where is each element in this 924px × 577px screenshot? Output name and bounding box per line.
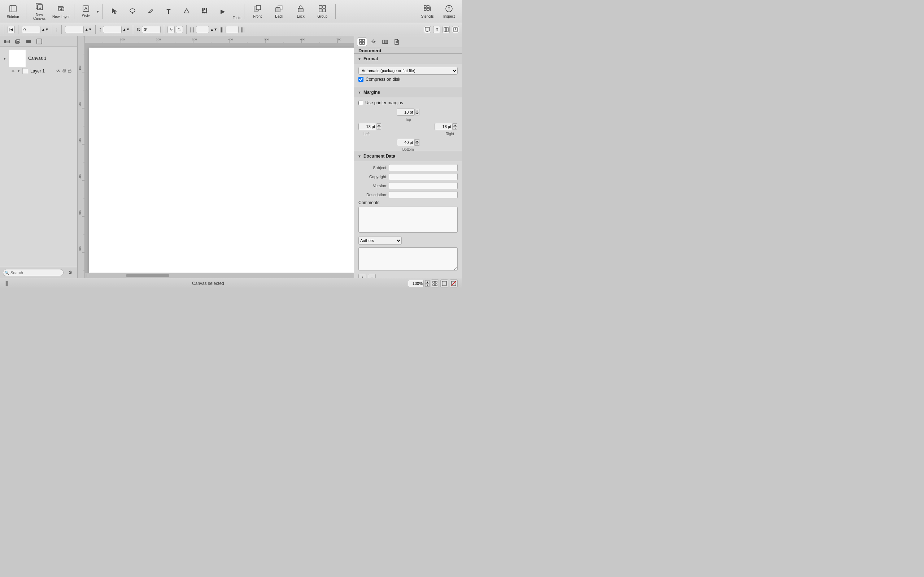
right-spin-up[interactable]: ▲ (453, 123, 457, 127)
right-spin-down[interactable]: ▼ (453, 127, 457, 130)
authors-select[interactable]: Authors (359, 237, 402, 245)
layers-panel-btn[interactable] (3, 37, 11, 45)
lasso-tool-button[interactable] (124, 2, 141, 21)
zoom-up-btn[interactable]: ▲ (425, 280, 430, 284)
horizontal-scrollbar[interactable]: ||| (85, 272, 354, 278)
new-layer-button[interactable]: New Layer (51, 2, 71, 21)
layers-info-btn[interactable] (36, 37, 43, 45)
gear-button[interactable]: ⚙ (66, 269, 74, 277)
authors-remove-button[interactable]: − (368, 274, 376, 278)
version-input[interactable] (389, 182, 458, 189)
authors-add-button[interactable]: + (359, 274, 366, 278)
top-margin-input[interactable] (397, 108, 415, 116)
height-spin[interactable]: ▲▼ (123, 27, 130, 31)
style-button[interactable]: Style (77, 2, 95, 21)
svg-rect-118 (433, 281, 435, 283)
dist-input[interactable] (226, 26, 239, 33)
search-input[interactable] (3, 269, 63, 276)
front-icon (254, 5, 261, 14)
bottom-spin-down[interactable]: ▼ (415, 142, 419, 146)
align-spin[interactable]: ▲▼ (210, 27, 217, 31)
right-margin-input[interactable] (435, 123, 452, 130)
inspector-tab-columns[interactable] (380, 37, 390, 46)
left-spin-down[interactable]: ▼ (377, 127, 381, 130)
canvas-area[interactable]: 100 200 300 400 500 600 700 (78, 36, 354, 278)
margins-section-header[interactable]: ▼ Margins (354, 87, 462, 97)
layer-lock-icon[interactable] (68, 69, 71, 74)
bottom-margin-input[interactable] (397, 139, 415, 146)
scroll-thumb-h[interactable] (126, 274, 169, 277)
canvas-white (89, 48, 354, 278)
options-sep-6 (133, 25, 133, 34)
x-spin-up[interactable]: ▲▼ (42, 27, 49, 31)
x-position-input[interactable] (22, 26, 40, 33)
lock-button[interactable]: Lock (291, 2, 311, 21)
layer-row-1[interactable]: ✏ ▼ Layer 1 👁 (3, 67, 74, 75)
top-spin-up[interactable]: ▲ (415, 109, 419, 112)
inspect-button[interactable]: Inspect (439, 2, 459, 21)
width-input[interactable] (65, 26, 84, 33)
bottom-label: Bottom (402, 148, 414, 152)
back-button[interactable]: Back (269, 2, 289, 21)
format-section-header[interactable]: ▼ Format (354, 54, 462, 64)
flip-h-btn[interactable]: ⇆ (168, 26, 175, 33)
left-margin-input[interactable] (359, 123, 376, 130)
stencils-button[interactable]: Stencils (417, 2, 438, 21)
ruler-start-btn[interactable]: |◀ (8, 26, 15, 33)
align-input[interactable] (196, 26, 209, 33)
svg-rect-62 (68, 70, 71, 73)
sidebar-button[interactable]: Sidebar (3, 2, 23, 21)
document-data-header[interactable]: ▼ Document Data (354, 151, 462, 161)
presentation-btn[interactable] (424, 26, 431, 33)
layer-visibility-icon[interactable]: 👁 (56, 69, 61, 74)
height-group: ↕ ▲▼ (99, 26, 130, 33)
select-tool-button[interactable] (106, 2, 123, 21)
svg-text:100: 100 (78, 65, 82, 70)
left-spin-up[interactable]: ▲ (377, 123, 381, 127)
layers-options-btn[interactable] (24, 37, 32, 45)
more-tools-button[interactable]: ▶ (214, 2, 231, 21)
top-spin-down[interactable]: ▼ (415, 112, 419, 115)
subject-input[interactable] (389, 164, 458, 171)
zoom-down-btn[interactable]: ▼ (425, 284, 430, 287)
bottom-diag-btn[interactable] (450, 279, 458, 287)
inspector-tab-grid[interactable] (357, 37, 367, 46)
canvas-name-label: Canvas 1 (28, 56, 47, 61)
bottom-rect-btn[interactable] (440, 279, 448, 287)
authors-textarea[interactable] (359, 247, 458, 271)
rotation-input[interactable] (142, 26, 161, 33)
comments-textarea[interactable] (359, 206, 458, 233)
canvas-row-1[interactable]: ▼ Canvas 1 (3, 50, 74, 67)
format-section: ▼ Format Automatic (package or flat file… (354, 54, 462, 87)
use-printer-label: Use printer margins (365, 100, 403, 105)
inspector-tab-settings[interactable] (368, 37, 379, 46)
bottom-grid-btn[interactable] (431, 279, 439, 287)
add-layer-sidebar-btn[interactable] (14, 37, 22, 45)
options-sep-2 (18, 25, 18, 34)
compress-checkbox[interactable] (359, 77, 363, 82)
toolbar-separator-3 (102, 4, 103, 19)
format-select[interactable]: Automatic (package or flat file) (359, 67, 458, 75)
copyright-label: Copyright: (359, 174, 387, 179)
bottom-spin-up[interactable]: ▲ (415, 139, 419, 142)
inspector-tab-doc[interactable] (392, 37, 402, 46)
copyright-input[interactable] (389, 173, 458, 180)
description-input[interactable] (389, 191, 458, 198)
front-button[interactable]: Front (247, 2, 267, 21)
use-printer-checkbox[interactable] (359, 101, 363, 105)
shape-tool-button[interactable] (178, 2, 195, 21)
pen-tool-button[interactable] (142, 2, 159, 21)
zoom-input[interactable] (408, 280, 424, 287)
group-button[interactable]: Group (312, 2, 333, 21)
text-tool-button[interactable]: T (160, 2, 177, 21)
settings-view-btn[interactable]: ⚙ (433, 26, 440, 33)
layer-print-icon[interactable] (62, 69, 66, 74)
svg-rect-32 (323, 9, 326, 12)
new-canvas-button[interactable]: New Canvas (29, 2, 50, 21)
column-view-btn[interactable] (443, 26, 450, 33)
height-input[interactable] (103, 26, 122, 33)
width-spin[interactable]: ▲▼ (85, 27, 92, 31)
flip-v-btn[interactable]: ⇅ (176, 26, 183, 33)
doc-view-btn[interactable] (452, 26, 459, 33)
transform-tool-button[interactable] (196, 2, 213, 21)
